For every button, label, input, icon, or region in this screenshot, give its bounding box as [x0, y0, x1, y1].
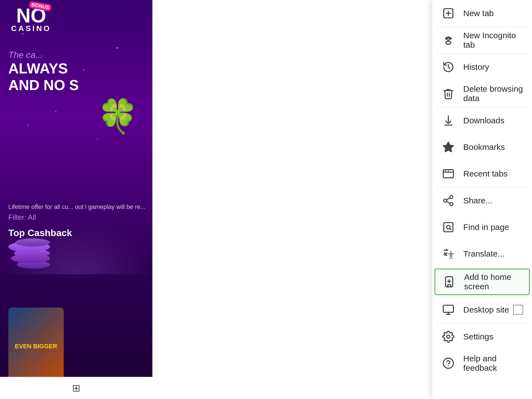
- recent-tabs-icon: [441, 167, 456, 181]
- add-home-icon: [442, 275, 456, 289]
- chrome-context-menu: New tab New Incognito tab: [432, 0, 532, 399]
- menu-item-add-to-home-screen[interactable]: Add to home screen: [434, 268, 530, 295]
- top-cashback-heading: Top Cashback: [8, 227, 72, 238]
- menu-item-find-in-page[interactable]: Find in page: [432, 214, 532, 241]
- help-and-feedback-label: Help and feedback: [463, 354, 523, 373]
- menu-item-delete-browsing-data[interactable]: Delete browsing data: [432, 80, 532, 107]
- game-card-inner: EVEN BIGGER: [8, 308, 64, 385]
- share-icon: [441, 193, 456, 208]
- new-tab-label: New tab: [463, 9, 523, 18]
- svg-line-16: [447, 201, 450, 203]
- menu-item-share[interactable]: Share...: [432, 187, 532, 214]
- tagline-line3: AND NO S: [8, 77, 152, 93]
- filter-label: Filter:: [8, 213, 26, 221]
- menu-item-new-tab[interactable]: New tab: [432, 0, 532, 27]
- new-tab-icon: [441, 6, 456, 21]
- new-incognito-tab-label: New Incognito tab: [463, 31, 523, 50]
- casino-bottom-text: Lifetime offer for all cu... out l gamep…: [8, 203, 150, 211]
- background-page: NO BONUS CASINO The ca... ALWAYS AND NO …: [0, 0, 152, 399]
- divider-5: [437, 267, 528, 267]
- chips-decoration: [0, 219, 152, 274]
- nav-tabs-icon[interactable]: ⊞: [72, 382, 80, 394]
- history-label: History: [463, 62, 523, 72]
- star-icon: [441, 140, 456, 154]
- menu-item-help-and-feedback[interactable]: Help and feedback: [432, 350, 532, 377]
- downloads-label: Downloads: [463, 116, 523, 125]
- tagline-line1: The ca...: [8, 50, 152, 60]
- desktop-icon: [441, 303, 456, 317]
- svg-marker-9: [443, 142, 454, 152]
- svg-rect-28: [443, 305, 454, 313]
- share-label: Share...: [463, 196, 523, 205]
- menu-item-new-incognito-tab[interactable]: New Incognito tab: [432, 27, 532, 53]
- desktop-site-checkbox[interactable]: [513, 305, 523, 315]
- tagline-line2: ALWAYS: [8, 60, 152, 77]
- casino-tagline: The ca... ALWAYS AND NO S: [8, 50, 152, 93]
- menu-item-settings[interactable]: Settings: [432, 323, 532, 350]
- recent-tabs-label: Recent tabs: [463, 169, 523, 178]
- find-in-page-label: Find in page: [463, 222, 523, 232]
- filter-area: Filter: All: [8, 213, 36, 222]
- delete-browsing-data-label: Delete browsing data: [463, 84, 523, 103]
- menu-item-translate[interactable]: A 文 Translate...: [432, 241, 532, 267]
- trash-icon: [441, 86, 456, 101]
- menu-item-downloads[interactable]: Downloads: [432, 107, 532, 134]
- svg-rect-12: [445, 170, 448, 172]
- casino-logo: NO BONUS CASINO: [11, 6, 51, 33]
- svg-point-31: [447, 335, 450, 338]
- menu-item-bookmarks[interactable]: Bookmarks: [432, 134, 532, 160]
- clover-decoration: 🍀: [97, 97, 139, 136]
- menu-item-recent-tabs[interactable]: Recent tabs: [432, 160, 532, 187]
- translate-label: Translate...: [463, 249, 523, 259]
- bookmarks-label: Bookmarks: [463, 142, 523, 152]
- svg-point-4: [446, 41, 451, 44]
- bottom-nav-bar: ⊞: [0, 377, 152, 399]
- svg-rect-18: [444, 223, 453, 232]
- incognito-icon: [441, 33, 456, 47]
- menu-item-desktop-site[interactable]: Desktop site: [432, 296, 532, 323]
- svg-line-17: [447, 198, 450, 200]
- add-to-home-screen-label: Add to home screen: [464, 272, 522, 291]
- download-icon: [441, 113, 456, 128]
- translate-icon: A 文: [441, 247, 456, 261]
- settings-label: Settings: [463, 332, 523, 341]
- desktop-site-label: Desktop site: [463, 305, 513, 314]
- svg-text:A: A: [443, 251, 446, 256]
- menu-item-history[interactable]: History: [432, 54, 532, 80]
- settings-icon: [441, 329, 456, 344]
- game-card: EVEN BIGGER: [8, 308, 64, 385]
- find-icon: [441, 220, 456, 234]
- help-icon: [441, 356, 456, 370]
- svg-line-20: [450, 229, 451, 230]
- history-icon: [441, 60, 456, 74]
